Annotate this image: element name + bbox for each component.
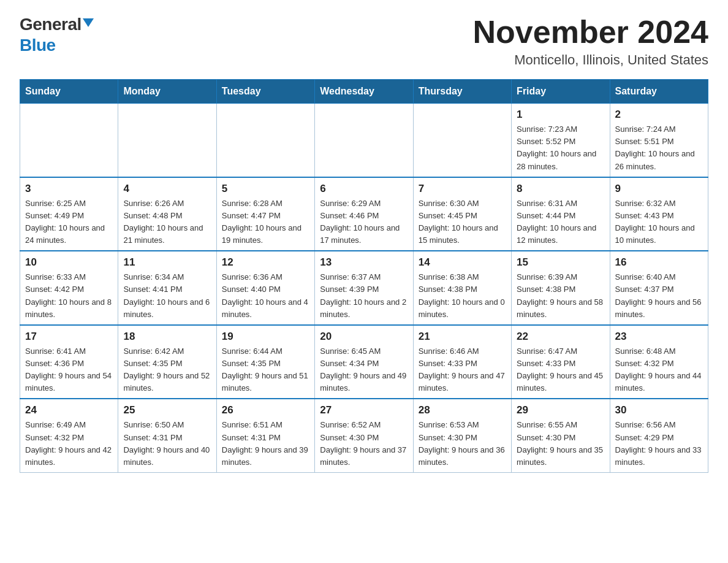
table-row [315, 104, 413, 177]
table-row [118, 104, 216, 177]
day-number: 14 [419, 256, 506, 269]
day-number: 20 [320, 331, 408, 343]
day-number: 24 [25, 404, 113, 416]
day-info: Sunrise: 6:33 AMSunset: 4:42 PMDaylight:… [25, 271, 113, 321]
table-row: 24Sunrise: 6:49 AMSunset: 4:32 PMDayligh… [20, 399, 118, 472]
day-number: 13 [320, 256, 408, 269]
table-row [413, 104, 511, 177]
day-number: 12 [222, 256, 309, 269]
day-info: Sunrise: 6:52 AMSunset: 4:30 PMDaylight:… [320, 419, 408, 469]
col-wednesday: Wednesday [315, 80, 413, 104]
day-info: Sunrise: 6:30 AMSunset: 4:45 PMDaylight:… [419, 197, 506, 247]
table-row: 5Sunrise: 6:28 AMSunset: 4:47 PMDaylight… [216, 177, 314, 251]
table-row: 17Sunrise: 6:41 AMSunset: 4:36 PMDayligh… [20, 325, 118, 399]
table-row [216, 104, 314, 177]
day-info: Sunrise: 6:34 AMSunset: 4:41 PMDaylight:… [123, 271, 211, 321]
day-number: 21 [419, 331, 506, 343]
day-info: Sunrise: 6:53 AMSunset: 4:30 PMDaylight:… [419, 419, 506, 469]
table-row: 7Sunrise: 6:30 AMSunset: 4:45 PMDaylight… [413, 177, 511, 251]
day-number: 25 [123, 404, 211, 416]
table-row: 11Sunrise: 6:34 AMSunset: 4:41 PMDayligh… [118, 251, 216, 325]
day-info: Sunrise: 7:24 AMSunset: 5:51 PMDaylight:… [615, 123, 703, 173]
day-info: Sunrise: 6:28 AMSunset: 4:47 PMDaylight:… [222, 197, 309, 247]
day-info: Sunrise: 6:46 AMSunset: 4:33 PMDaylight:… [419, 345, 506, 395]
day-info: Sunrise: 6:39 AMSunset: 4:38 PMDaylight:… [517, 271, 604, 321]
col-sunday: Sunday [20, 80, 118, 104]
day-number: 26 [222, 404, 309, 416]
table-row: 9Sunrise: 6:32 AMSunset: 4:43 PMDaylight… [610, 177, 708, 251]
day-number: 8 [517, 183, 604, 195]
day-info: Sunrise: 6:36 AMSunset: 4:40 PMDaylight:… [222, 271, 309, 321]
table-row: 27Sunrise: 6:52 AMSunset: 4:30 PMDayligh… [315, 399, 413, 472]
day-number: 27 [320, 404, 408, 416]
table-row: 25Sunrise: 6:50 AMSunset: 4:31 PMDayligh… [118, 399, 216, 472]
day-info: Sunrise: 6:37 AMSunset: 4:39 PMDaylight:… [320, 271, 408, 321]
month-title: November 2024 [473, 15, 708, 50]
day-number: 22 [517, 331, 604, 343]
day-number: 16 [615, 256, 703, 269]
day-info: Sunrise: 6:31 AMSunset: 4:44 PMDaylight:… [517, 197, 604, 247]
table-row: 2Sunrise: 7:24 AMSunset: 5:51 PMDaylight… [610, 104, 708, 177]
table-row: 4Sunrise: 6:26 AMSunset: 4:48 PMDaylight… [118, 177, 216, 251]
table-row: 23Sunrise: 6:48 AMSunset: 4:32 PMDayligh… [610, 325, 708, 399]
day-number: 9 [615, 183, 703, 195]
table-row: 30Sunrise: 6:56 AMSunset: 4:29 PMDayligh… [610, 399, 708, 472]
title-block: November 2024 Monticello, Illinois, Unit… [473, 15, 708, 68]
day-info: Sunrise: 6:56 AMSunset: 4:29 PMDaylight:… [615, 419, 703, 469]
table-row: 13Sunrise: 6:37 AMSunset: 4:39 PMDayligh… [315, 251, 413, 325]
day-info: Sunrise: 6:49 AMSunset: 4:32 PMDaylight:… [25, 419, 113, 469]
table-row: 18Sunrise: 6:42 AMSunset: 4:35 PMDayligh… [118, 325, 216, 399]
table-row: 6Sunrise: 6:29 AMSunset: 4:46 PMDaylight… [315, 177, 413, 251]
table-row: 26Sunrise: 6:51 AMSunset: 4:31 PMDayligh… [216, 399, 314, 472]
logo-general: General [20, 15, 82, 34]
page-header: General Blue November 2024 Monticello, I… [20, 15, 708, 68]
col-monday: Monday [118, 80, 216, 104]
day-number: 4 [123, 183, 211, 195]
day-number: 1 [517, 109, 604, 121]
table-row: 1Sunrise: 7:23 AMSunset: 5:52 PMDaylight… [512, 104, 610, 177]
table-row: 14Sunrise: 6:38 AMSunset: 4:38 PMDayligh… [413, 251, 511, 325]
day-number: 15 [517, 256, 604, 269]
logo-triangle-icon [83, 18, 94, 27]
day-number: 10 [25, 256, 113, 269]
table-row: 15Sunrise: 6:39 AMSunset: 4:38 PMDayligh… [512, 251, 610, 325]
day-info: Sunrise: 6:45 AMSunset: 4:34 PMDaylight:… [320, 345, 408, 395]
day-number: 19 [222, 331, 309, 343]
day-info: Sunrise: 6:26 AMSunset: 4:48 PMDaylight:… [123, 197, 211, 247]
day-info: Sunrise: 6:55 AMSunset: 4:30 PMDaylight:… [517, 419, 604, 469]
table-row: 22Sunrise: 6:47 AMSunset: 4:33 PMDayligh… [512, 325, 610, 399]
day-number: 5 [222, 183, 309, 195]
col-thursday: Thursday [413, 80, 511, 104]
day-number: 23 [615, 331, 703, 343]
calendar-table: Sunday Monday Tuesday Wednesday Thursday… [20, 79, 708, 473]
table-row: 20Sunrise: 6:45 AMSunset: 4:34 PMDayligh… [315, 325, 413, 399]
table-row: 16Sunrise: 6:40 AMSunset: 4:37 PMDayligh… [610, 251, 708, 325]
day-info: Sunrise: 6:47 AMSunset: 4:33 PMDaylight:… [517, 345, 604, 395]
table-row: 10Sunrise: 6:33 AMSunset: 4:42 PMDayligh… [20, 251, 118, 325]
col-saturday: Saturday [610, 80, 708, 104]
table-row: 21Sunrise: 6:46 AMSunset: 4:33 PMDayligh… [413, 325, 511, 399]
day-number: 30 [615, 404, 703, 416]
day-info: Sunrise: 6:51 AMSunset: 4:31 PMDaylight:… [222, 419, 309, 469]
day-number: 2 [615, 109, 703, 121]
col-friday: Friday [512, 80, 610, 104]
day-number: 29 [517, 404, 604, 416]
location-title: Monticello, Illinois, United States [473, 52, 708, 68]
day-info: Sunrise: 6:41 AMSunset: 4:36 PMDaylight:… [25, 345, 113, 395]
table-row: 28Sunrise: 6:53 AMSunset: 4:30 PMDayligh… [413, 399, 511, 472]
day-number: 11 [123, 256, 211, 269]
day-number: 28 [419, 404, 506, 416]
day-number: 18 [123, 331, 211, 343]
table-row: 8Sunrise: 6:31 AMSunset: 4:44 PMDaylight… [512, 177, 610, 251]
day-number: 7 [419, 183, 506, 195]
logo: General Blue [20, 15, 94, 55]
day-info: Sunrise: 6:29 AMSunset: 4:46 PMDaylight:… [320, 197, 408, 247]
day-number: 3 [25, 183, 113, 195]
table-row: 19Sunrise: 6:44 AMSunset: 4:35 PMDayligh… [216, 325, 314, 399]
table-row: 3Sunrise: 6:25 AMSunset: 4:49 PMDaylight… [20, 177, 118, 251]
col-tuesday: Tuesday [216, 80, 314, 104]
table-row: 12Sunrise: 6:36 AMSunset: 4:40 PMDayligh… [216, 251, 314, 325]
day-info: Sunrise: 6:42 AMSunset: 4:35 PMDaylight:… [123, 345, 211, 395]
day-info: Sunrise: 6:32 AMSunset: 4:43 PMDaylight:… [615, 197, 703, 247]
day-info: Sunrise: 6:25 AMSunset: 4:49 PMDaylight:… [25, 197, 113, 247]
